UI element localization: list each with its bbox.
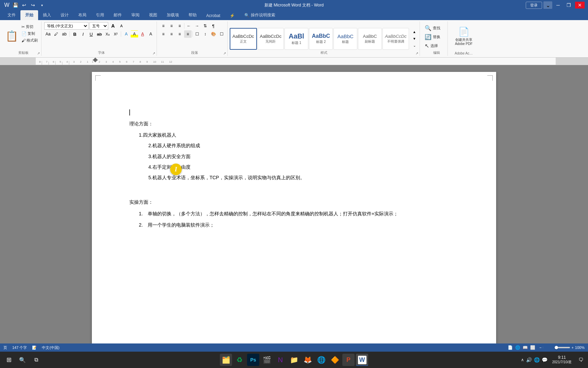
word-taskbar-app[interactable]: W xyxy=(356,354,368,366)
text-effect-button[interactable]: A xyxy=(122,30,130,38)
word-icon[interactable]: W xyxy=(3,2,10,9)
cut-button[interactable]: ✂ 剪切 xyxy=(20,24,39,30)
italic-button[interactable]: I xyxy=(79,30,87,38)
tab-mailings[interactable]: 邮件 xyxy=(109,10,127,20)
multilevel-list-button[interactable]: ≡ xyxy=(176,22,183,30)
tab-file[interactable]: 文件 xyxy=(3,10,20,20)
increase-indent-button[interactable]: → xyxy=(193,22,201,30)
highlight-button[interactable]: 🖊 xyxy=(52,30,60,38)
network-icon[interactable]: 🌐 xyxy=(534,357,540,363)
format-painter-button[interactable]: 🖌 格式刷 xyxy=(20,37,39,44)
sort-button[interactable]: ⇅ xyxy=(201,22,209,30)
firefox-app[interactable]: 🦊 xyxy=(301,354,314,366)
language-status[interactable]: 中文(中国) xyxy=(42,345,59,350)
tab-layout[interactable]: 布局 xyxy=(74,10,91,20)
message-icon[interactable]: 💬 xyxy=(542,357,548,363)
style-subtle-emphasis[interactable]: AaBbCcDc 不明显强调 xyxy=(382,28,409,50)
print-layout-view[interactable]: 📄 xyxy=(507,344,513,351)
clipboard-expand[interactable]: ↗ xyxy=(37,51,40,55)
numbering-button[interactable]: ≡ xyxy=(168,22,175,30)
case-button[interactable]: Aa xyxy=(44,30,52,38)
replace-button[interactable]: 🔄 替换 xyxy=(423,33,445,41)
zoom-slider[interactable] xyxy=(543,347,570,348)
align-center-button[interactable]: ≡ xyxy=(168,30,175,38)
styles-expand[interactable]: ↗ xyxy=(415,51,418,55)
web-layout-view[interactable]: 🌐 xyxy=(515,344,521,351)
show-hidden-icons[interactable]: ∧ xyxy=(521,357,524,362)
tab-flash[interactable]: ⚡ xyxy=(225,11,240,20)
text-highlight-button[interactable]: A xyxy=(131,30,138,38)
tab-view[interactable]: 视图 xyxy=(144,10,162,20)
shading-button[interactable]: A xyxy=(147,30,154,38)
document-area[interactable]: 理论方面： 1.四大家族机器人 2.机器人硬件系统的组成 3.机器人的安全方面 … xyxy=(0,65,588,343)
subscript-button[interactable]: X₂ xyxy=(104,30,111,38)
read-mode-view[interactable]: 📖 xyxy=(522,344,528,351)
media-app[interactable]: 🎬 xyxy=(261,354,273,366)
show-formatting-button[interactable]: ¶ xyxy=(210,22,217,30)
notifications-button[interactable]: 🗨 xyxy=(576,356,585,363)
tab-review[interactable]: 审阅 xyxy=(127,10,144,20)
tab-home[interactable]: 开始 xyxy=(20,10,38,20)
ribbon-display-options[interactable]: ⌄ xyxy=(543,1,552,9)
tab-acrobat[interactable]: Acrobat xyxy=(201,11,225,20)
increase-font-button[interactable]: A xyxy=(109,22,117,30)
superscript-button[interactable]: X² xyxy=(112,30,119,38)
start-button[interactable]: ⊞ xyxy=(3,354,15,366)
focus-mode-view[interactable]: ⬜ xyxy=(530,344,536,351)
zoom-in-button[interactable]: + xyxy=(571,346,573,350)
recycle-app[interactable]: ♻ xyxy=(233,354,246,366)
document-content[interactable]: 理论方面： 1.四大家族机器人 2.机器人硬件系统的组成 3.机器人的安全方面 … xyxy=(129,120,459,229)
search-taskbar[interactable]: 🔍 xyxy=(16,354,29,366)
style-normal[interactable]: AaBbCcDc 正文 xyxy=(230,28,257,50)
strikethrough-button[interactable]: ab xyxy=(96,30,103,38)
calc-app[interactable]: 🔶 xyxy=(329,354,341,366)
save-quick-btn[interactable]: 💾 xyxy=(12,1,19,9)
align-right-button[interactable]: ≡ xyxy=(176,30,183,38)
clear-format-button[interactable]: ab xyxy=(61,30,68,38)
proofing-icon[interactable]: 📝 xyxy=(32,346,37,350)
clock[interactable]: 9:11 2021/7/10/星 xyxy=(550,354,574,365)
tab-search[interactable]: 🔍操作说明搜索 xyxy=(240,10,280,20)
tab-addins[interactable]: 加载项 xyxy=(162,10,184,20)
customize-quick-btn[interactable]: ▾ xyxy=(38,1,46,9)
explorer-app[interactable]: 🗂️ xyxy=(220,354,232,366)
underline-button[interactable]: U xyxy=(87,30,95,38)
decrease-font-button[interactable]: A xyxy=(118,22,125,30)
restore-button[interactable]: ❐ xyxy=(564,2,574,9)
volume-icon[interactable]: 🔊 xyxy=(526,357,532,363)
onenote-app[interactable]: N xyxy=(274,354,287,366)
style-heading[interactable]: AaBbC 标题 xyxy=(333,28,357,50)
styles-scroll-down[interactable]: ▼ xyxy=(411,36,418,42)
redo-quick-btn[interactable]: ↪ xyxy=(29,1,37,9)
bold-button[interactable]: B xyxy=(71,30,79,38)
close-button[interactable]: ✕ xyxy=(575,2,585,9)
login-button[interactable]: 登录 xyxy=(526,2,542,9)
find-button[interactable]: 🔍 查找 xyxy=(423,24,445,32)
tab-help[interactable]: 帮助 xyxy=(184,10,201,20)
line-spacing-button[interactable]: ↕ xyxy=(201,30,209,38)
paste-button[interactable]: 📋 xyxy=(4,29,19,43)
undo-quick-btn[interactable]: ↩ xyxy=(20,1,28,9)
bullets-button[interactable]: ≡ xyxy=(160,22,167,30)
column-button[interactable]: ☐ xyxy=(193,30,201,38)
styles-scroll-up[interactable]: ▲ xyxy=(411,29,418,35)
font-color-button[interactable]: A xyxy=(139,30,146,38)
zoom-out-button[interactable]: − xyxy=(539,346,541,350)
document-page[interactable]: 理论方面： 1.四大家族机器人 2.机器人硬件系统的组成 3.机器人的安全方面 … xyxy=(92,72,496,343)
tab-design[interactable]: 设计 xyxy=(56,10,74,20)
tab-references[interactable]: 引用 xyxy=(91,10,109,20)
justify-button[interactable]: ≡ xyxy=(184,30,192,38)
style-no-spacing[interactable]: AaBbCcDc 无间距 xyxy=(258,28,284,50)
font-size-select[interactable]: 五号 xyxy=(89,22,108,30)
powerpoint-app[interactable]: P xyxy=(342,354,355,366)
photoshop-app[interactable]: Ps xyxy=(247,354,259,366)
font-family-select[interactable]: 等线 (中文正文) xyxy=(44,22,88,30)
edge-app[interactable]: 🌐 xyxy=(315,354,327,366)
style-heading2[interactable]: AaBbC 标题 2 xyxy=(309,28,333,50)
zoom-level[interactable]: 100% xyxy=(575,346,585,350)
shading-para-button[interactable]: 🎨 xyxy=(210,30,217,38)
tab-insert[interactable]: 插入 xyxy=(38,10,56,20)
style-heading1[interactable]: AaBl 标题 1 xyxy=(284,28,308,50)
task-view[interactable]: ⧉ xyxy=(30,354,42,366)
folder-app[interactable]: 📁 xyxy=(288,354,300,366)
